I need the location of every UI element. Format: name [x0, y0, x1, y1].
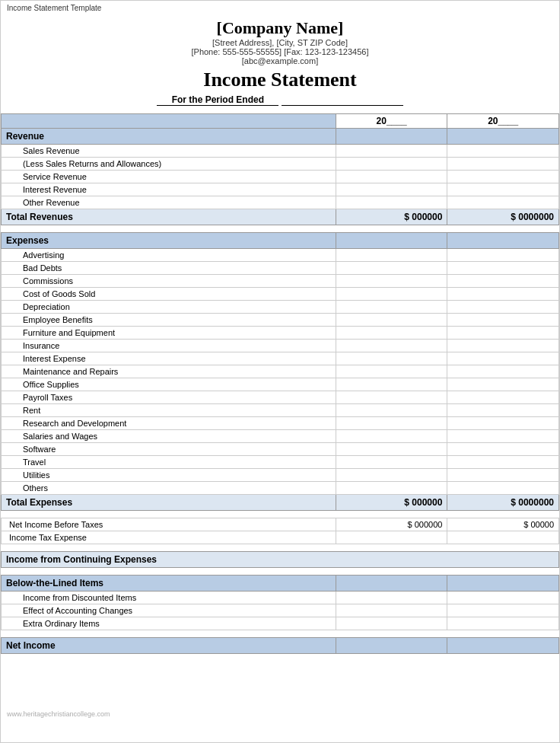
- total-revenues-row: Total Revenues $ 000000 $ 0000000: [2, 209, 559, 225]
- col2-header: 20____: [447, 114, 559, 129]
- page-wrapper: Income Statement Template [Company Name]…: [0, 0, 560, 743]
- company-name: [Company Name]: [16, 18, 544, 38]
- column-headers-row: 20____ 20____: [2, 114, 559, 129]
- below-line-label: Below-the-Lined Items: [2, 576, 336, 592]
- header: [Company Name] [Street Address], [City, …: [1, 14, 559, 113]
- col-label-header: [2, 114, 336, 129]
- below-line-section-header: Below-the-Lined Items: [2, 576, 559, 592]
- table-row: Software: [2, 443, 559, 456]
- table-row: Interest Expense: [2, 352, 559, 365]
- income-statement-table: 20____ 20____ Revenue Sales Revenue (Les…: [1, 113, 559, 654]
- net-income-row: Net Income: [2, 638, 559, 654]
- net-income-taxes-val1: $ 000000: [336, 518, 447, 531]
- total-expenses-val2: $ 0000000: [447, 495, 559, 511]
- address-line1: [Street Address], [City, ST ZIP Code]: [16, 38, 544, 47]
- tax-expense-row: Income Tax Expense: [2, 531, 559, 544]
- table-row: Other Revenue: [2, 196, 559, 209]
- income-continuing-row: Income from Continuing Expenses: [2, 552, 559, 568]
- table-row: Interest Revenue: [2, 183, 559, 196]
- table-row: Salaries and Wages: [2, 430, 559, 443]
- net-income-taxes-row: Net Income Before Taxes $ 000000 $ 00000: [2, 518, 559, 531]
- table-row: Travel: [2, 456, 559, 469]
- period-line: For the Period Ended: [16, 94, 544, 106]
- expenses-label: Expenses: [2, 233, 336, 249]
- table-row: Effect of Accounting Changes: [2, 604, 559, 617]
- table-row: Others: [2, 482, 559, 495]
- spacer: [2, 225, 559, 233]
- spacer: [2, 568, 559, 576]
- table-row: Commissions: [2, 275, 559, 288]
- income-continuing-label: Income from Continuing Expenses: [2, 552, 559, 568]
- table-row: Bad Debts: [2, 262, 559, 275]
- total-revenues-val1: $ 000000: [336, 209, 447, 225]
- spacer: [2, 511, 559, 518]
- revenue-section-header: Revenue: [2, 129, 559, 145]
- email-line: [abc@example.com]: [16, 56, 544, 65]
- total-revenues-val2: $ 0000000: [447, 209, 559, 225]
- net-income-taxes-label: Net Income Before Taxes: [2, 518, 336, 531]
- watermark: www.heritagechristiancollege.com: [7, 710, 110, 718]
- table-row: Employee Benefits: [2, 314, 559, 327]
- revenue-col2: [447, 129, 559, 145]
- address-line2: [Phone: 555-555-55555] [Fax: 123-123-123…: [16, 47, 544, 56]
- table-row: Furniture and Equipment: [2, 327, 559, 340]
- table-row: Service Revenue: [2, 171, 559, 183]
- table-row: Sales Revenue: [2, 145, 559, 158]
- revenue-col1: [336, 129, 447, 145]
- table-row: Insurance: [2, 340, 559, 352]
- table-row: Research and Development: [2, 417, 559, 430]
- tax-expense-label: Income Tax Expense: [2, 531, 336, 544]
- table-row: Rent: [2, 404, 559, 417]
- total-expenses-val1: $ 000000: [336, 495, 447, 511]
- total-expenses-row: Total Expenses $ 000000 $ 0000000: [2, 495, 559, 511]
- table-row: Office Supplies: [2, 378, 559, 391]
- table-row: Cost of Goods Sold: [2, 288, 559, 301]
- table-row: Extra Ordinary Items: [2, 617, 559, 630]
- expenses-section-header: Expenses: [2, 233, 559, 249]
- spacer: [2, 630, 559, 638]
- table-row: Income from Discounted Items: [2, 592, 559, 604]
- total-revenues-label: Total Revenues: [2, 209, 336, 225]
- table-row: Payroll Taxes: [2, 391, 559, 404]
- net-income-taxes-val2: $ 00000: [447, 518, 559, 531]
- net-income-label: Net Income: [2, 638, 336, 654]
- document-title: Income Statement: [16, 69, 544, 91]
- total-expenses-label: Total Expenses: [2, 495, 336, 511]
- col1-header: 20____: [336, 114, 447, 129]
- maintenance-repairs-row: Maintenance and Repairs: [2, 365, 559, 378]
- spacer: [2, 544, 559, 552]
- top-label: Income Statement Template: [1, 1, 559, 14]
- table-row: Depreciation: [2, 301, 559, 314]
- revenue-label: Revenue: [2, 129, 336, 145]
- table-row: (Less Sales Returns and Allowances): [2, 158, 559, 171]
- table-row: Advertising: [2, 249, 559, 262]
- table-row: Utilities: [2, 469, 559, 482]
